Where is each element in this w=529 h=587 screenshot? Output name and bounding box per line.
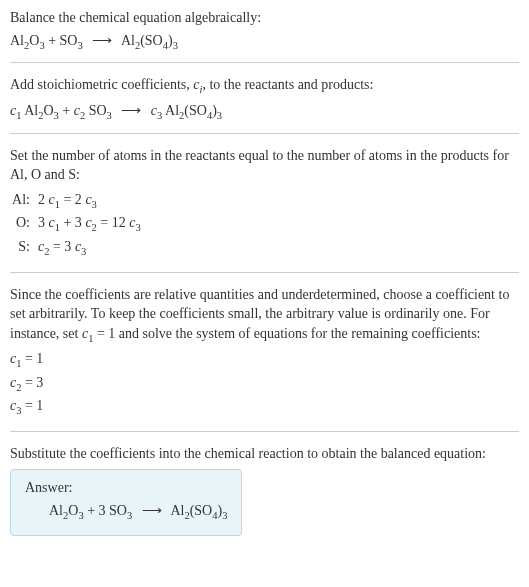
atom-label: S:	[10, 236, 38, 260]
atom-label: O:	[10, 212, 38, 236]
divider	[10, 272, 519, 273]
atom-table: Al: 2 c1 = 2 c3 O: 3 c1 + 3 c2 = 12 c3 S…	[10, 189, 519, 260]
solve-text: Since the coefficients are relative quan…	[10, 285, 519, 347]
coefficient-value: c1 = 1	[10, 348, 519, 372]
section-balance-prompt: Balance the chemical equation algebraica…	[10, 8, 519, 50]
atom-equation: 3 c1 + 3 c2 = 12 c3	[38, 212, 519, 236]
stoich-equation: c1 Al2O3 + c2 SO3 ⟶ c3 Al2(SO4)3	[10, 102, 519, 121]
coefficient-list: c1 = 1 c2 = 3 c3 = 1	[10, 348, 519, 419]
balanced-equation: Al2O3 + 3 SO3 ⟶ Al2(SO4)3	[25, 502, 227, 521]
coefficient-value: c2 = 3	[10, 372, 519, 396]
atom-equation: c2 = 3 c3	[38, 236, 519, 260]
substitute-title: Substitute the coefficients into the che…	[10, 444, 519, 464]
section-atom-equations: Set the number of atoms in the reactants…	[10, 146, 519, 260]
balance-title: Balance the chemical equation algebraica…	[10, 8, 519, 28]
answer-label: Answer:	[25, 480, 227, 496]
atom-equation: 2 c1 = 2 c3	[38, 189, 519, 213]
section-solve: Since the coefficients are relative quan…	[10, 285, 519, 419]
divider	[10, 431, 519, 432]
atom-row: Al: 2 c1 = 2 c3	[10, 189, 519, 213]
answer-box: Answer: Al2O3 + 3 SO3 ⟶ Al2(SO4)3	[10, 469, 242, 536]
coefficient-value: c3 = 1	[10, 395, 519, 419]
atom-title: Set the number of atoms in the reactants…	[10, 146, 519, 185]
unbalanced-equation: Al2O3 + SO3 ⟶ Al2(SO4)3	[10, 32, 519, 51]
divider	[10, 133, 519, 134]
divider	[10, 62, 519, 63]
atom-row: S: c2 = 3 c3	[10, 236, 519, 260]
stoich-title: Add stoichiometric coefficients, ci, to …	[10, 75, 519, 97]
atom-label: Al:	[10, 189, 38, 213]
section-substitute: Substitute the coefficients into the che…	[10, 444, 519, 536]
section-stoichiometric: Add stoichiometric coefficients, ci, to …	[10, 75, 519, 120]
atom-row: O: 3 c1 + 3 c2 = 12 c3	[10, 212, 519, 236]
